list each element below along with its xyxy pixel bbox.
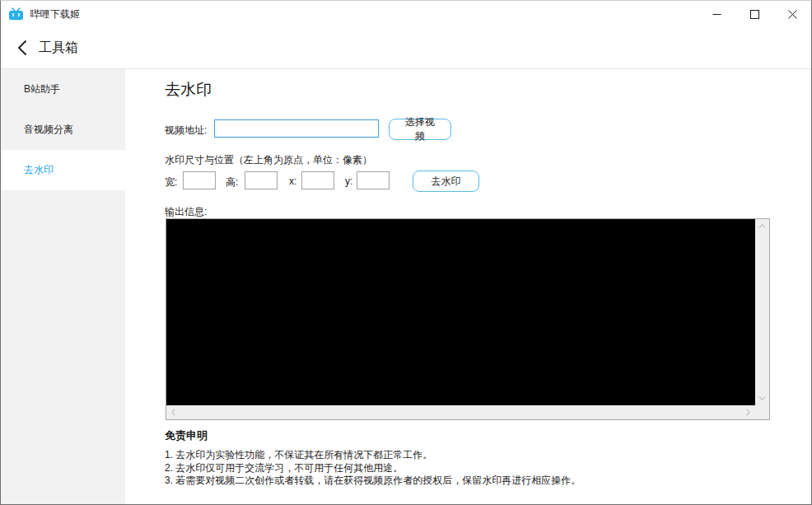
back-button[interactable] [14, 38, 30, 58]
disclaimer-line: 3. 若需要对视频二次创作或者转载，请在获得视频原作者的授权后，保留水印再进行相… [165, 475, 581, 488]
scroll-right-button[interactable] [741, 405, 755, 419]
chevron-right-icon [746, 409, 750, 416]
vertical-scrollbar[interactable] [755, 219, 769, 405]
output-panel [166, 218, 770, 420]
sidebar: B站助手 音视频分离 去水印 [1, 69, 125, 504]
scroll-down-button[interactable] [755, 391, 769, 405]
sidebar-item-watermark-removal[interactable]: 去水印 [1, 150, 125, 190]
select-video-button[interactable]: 选择视频 [389, 119, 451, 140]
page-title: 工具箱 [39, 40, 78, 57]
minimize-button[interactable] [698, 1, 735, 27]
y-input[interactable] [357, 171, 390, 189]
maximize-button[interactable] [735, 1, 773, 27]
width-label: 宽: [165, 175, 177, 189]
sidebar-item-label: 去水印 [24, 163, 54, 177]
scrollbar-corner [755, 405, 769, 419]
height-label: 高: [226, 175, 238, 189]
close-button[interactable] [773, 1, 811, 27]
scroll-left-button[interactable] [166, 405, 180, 419]
disclaimer: 1. 去水印为实验性功能，不保证其在所有情况下都正常工作。 2. 去水印仅可用于… [165, 449, 581, 488]
watermark-position-label: 水印尺寸与位置（左上角为原点，单位：像素） [165, 153, 372, 167]
close-icon [788, 10, 797, 19]
sidebar-item-label: 音视频分离 [24, 123, 73, 137]
video-address-label: 视频地址: [165, 124, 207, 138]
chevron-down-icon [758, 396, 766, 400]
section-title: 去水印 [165, 79, 212, 101]
chevron-up-icon [758, 224, 766, 228]
sidebar-item-bzhan-assistant[interactable]: B站助手 [1, 69, 125, 110]
app-window: 哔哩下载姬 工具箱 B站助手 音视频分离 去水印 [0, 0, 812, 505]
video-address-input[interactable] [214, 119, 379, 138]
chevron-left-icon [17, 40, 27, 56]
sidebar-item-av-separation[interactable]: 音视频分离 [1, 110, 125, 150]
output-console [166, 219, 755, 405]
x-input[interactable] [301, 171, 334, 189]
titlebar: 哔哩下载姬 [1, 1, 811, 27]
minimize-icon [712, 10, 721, 19]
page-header: 工具箱 [1, 27, 811, 69]
bilibili-tv-icon [8, 7, 24, 21]
scroll-up-button[interactable] [755, 219, 769, 233]
width-input[interactable] [183, 171, 216, 189]
output-label: 输出信息: [165, 205, 207, 219]
height-input[interactable] [245, 171, 278, 189]
window-title: 哔哩下载姬 [30, 7, 80, 21]
main-content: 去水印 视频地址: 选择视频 水印尺寸与位置（左上角为原点，单位：像素） 宽: … [125, 69, 811, 504]
disclaimer-line: 2. 去水印仅可用于交流学习，不可用于任何其他用途。 [165, 462, 581, 475]
remove-watermark-button[interactable]: 去水印 [413, 171, 479, 192]
horizontal-scrollbar[interactable] [166, 405, 755, 419]
disclaimer-line: 1. 去水印为实验性功能，不保证其在所有情况下都正常工作。 [165, 449, 581, 462]
x-label: x: [289, 175, 296, 187]
chevron-left-icon [171, 409, 175, 416]
sidebar-item-label: B站助手 [24, 82, 60, 96]
maximize-icon [750, 10, 759, 19]
disclaimer-title: 免责申明 [165, 428, 208, 443]
y-label: y: [345, 175, 352, 187]
